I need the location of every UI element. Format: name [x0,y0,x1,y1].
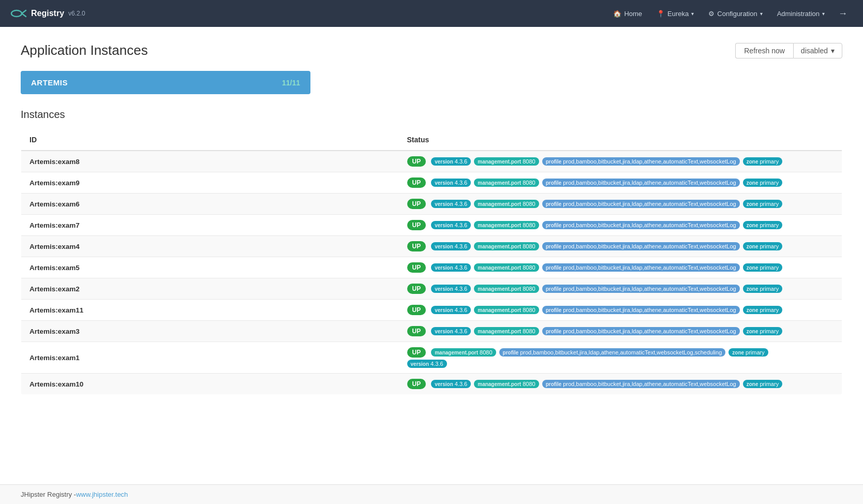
version-badge: version4.3.6 [431,157,471,166]
zone-badge: zoneprimary [743,157,782,166]
zone-badge: zoneprimary [743,380,782,388]
profile-badge: profileprod,bamboo,bitbucket,jira,ldap,a… [542,200,740,208]
zone-badge: zoneprimary [728,348,768,357]
table-row[interactable]: Artemis:exam6UPversion4.3.6management.po… [21,194,842,215]
nav-eureka[interactable]: 📍 Eureka ▾ [650,7,700,21]
mgmt-port-badge: management.port8080 [474,157,539,166]
version-badge: version4.3.6 [407,360,447,368]
version-badge: version4.3.6 [431,285,471,293]
instance-id: Artemis:exam7 [29,221,80,229]
status-badge-up: UP [407,347,426,358]
zone-badge: zoneprimary [743,306,782,314]
navbar-nav: 🏠 Home 📍 Eureka ▾ ⚙ Configuration ▾ Admi… [607,5,853,22]
logout-button[interactable]: → [833,5,853,22]
instance-id-cell: Artemis:exam10 [21,374,399,395]
instance-id: Artemis:exam11 [29,306,83,314]
main-content: Application Instances Refresh now disabl… [0,27,863,484]
instance-status-cell: UPmanagement.port8080profileprod,bamboo,… [399,342,842,374]
profile-badge: profileprod,bamboo,bitbucket,jira,ldap,a… [499,348,726,357]
instance-id-cell: Artemis:exam4 [21,236,399,257]
profile-badge: profileprod,bamboo,bitbucket,jira,ldap,a… [542,263,740,272]
page-header: Application Instances Refresh now disabl… [21,42,842,58]
instance-id-cell: Artemis:exam7 [21,215,399,236]
version-badge: version4.3.6 [431,179,471,187]
status-badge-up: UP [407,199,426,209]
app-bar[interactable]: ARTEMIS 11/11 [21,71,310,94]
chevron-down-icon: ▾ [822,11,825,17]
chevron-down-icon: ▾ [691,11,694,17]
profile-badge: profileprod,bamboo,bitbucket,jira,ldap,a… [542,285,740,293]
mgmt-port-badge: management.port8080 [474,221,539,229]
table-row[interactable]: Artemis:exam10UPversion4.3.6management.p… [21,374,842,395]
zone-badge: zoneprimary [743,263,782,272]
table-row[interactable]: Artemis:exam5UPversion4.3.6management.po… [21,257,842,278]
zone-badge: zoneprimary [743,242,782,250]
instance-status-cell: UPversion4.3.6management.port8080profile… [399,151,842,172]
instance-id-cell: Artemis:exam3 [21,321,399,342]
instance-status-cell: UPversion4.3.6management.port8080profile… [399,215,842,236]
instance-id: Artemis:exam2 [29,285,80,293]
instance-status-cell: UPversion4.3.6management.port8080profile… [399,321,842,342]
refresh-now-button[interactable]: Refresh now [735,43,793,58]
instance-id: Artemis:exam9 [29,179,80,187]
zone-badge: zoneprimary [743,285,782,293]
profile-badge: profileprod,bamboo,bitbucket,jira,ldap,a… [542,179,740,187]
mgmt-port-badge: management.port8080 [474,306,539,314]
status-badge-up: UP [407,220,426,230]
instance-id-cell: Artemis:exam9 [21,172,399,194]
eureka-icon: 📍 [657,10,665,18]
instance-id-cell: Artemis:exam6 [21,194,399,215]
navbar: Registry v6.2.0 🏠 Home 📍 Eureka ▾ ⚙ Conf… [0,0,863,27]
chevron-down-icon: ▾ [760,11,763,17]
svg-line-2 [22,13,26,17]
instance-id: Artemis:exam8 [29,158,80,166]
instance-id: Artemis:exam4 [29,243,80,250]
instance-id: Artemis:exam5 [29,264,80,272]
table-row[interactable]: Artemis:exam4UPversion4.3.6management.po… [21,236,842,257]
instance-status-cell: UPversion4.3.6management.port8080profile… [399,172,842,194]
mgmt-port-badge: management.port8080 [474,327,539,335]
brand[interactable]: Registry v6.2.0 [10,8,85,19]
zone-badge: zoneprimary [743,200,782,208]
nav-configuration[interactable]: ⚙ Configuration ▾ [702,7,768,21]
instances-table: ID Status Artemis:exam8UPversion4.3.6man… [21,129,842,395]
status-badge-up: UP [407,177,426,188]
table-row[interactable]: Artemis:exam7UPversion4.3.6management.po… [21,215,842,236]
table-row[interactable]: Artemis:exam1UPmanagement.port8080profil… [21,342,842,374]
profile-badge: profileprod,bamboo,bitbucket,jira,ldap,a… [542,221,740,229]
instance-id-cell: Artemis:exam2 [21,278,399,300]
table-row[interactable]: Artemis:exam3UPversion4.3.6management.po… [21,321,842,342]
instance-status-cell: UPversion4.3.6management.port8080profile… [399,278,842,300]
instance-status-cell: UPversion4.3.6management.port8080profile… [399,300,842,321]
table-row[interactable]: Artemis:exam9UPversion4.3.6management.po… [21,172,842,194]
mgmt-port-badge: management.port8080 [474,263,539,272]
table-row[interactable]: Artemis:exam2UPversion4.3.6management.po… [21,278,842,300]
disabled-dropdown-button[interactable]: disabled ▾ [793,43,842,58]
instance-id: Artemis:exam6 [29,200,80,208]
version-badge: version4.3.6 [431,221,471,229]
app-bar-count: 11/11 [282,79,300,87]
instance-id-cell: Artemis:exam8 [21,151,399,172]
version-badge: version4.3.6 [431,200,471,208]
instance-id-cell: Artemis:exam1 [21,342,399,374]
profile-badge: profileprod,bamboo,bitbucket,jira,ldap,a… [542,242,740,250]
svg-point-0 [11,10,22,17]
instance-id-cell: Artemis:exam5 [21,257,399,278]
gear-icon: ⚙ [708,10,715,18]
instance-id-cell: Artemis:exam11 [21,300,399,321]
footer-link[interactable]: www.jhipster.tech [76,491,128,498]
brand-name: Registry [31,9,64,18]
table-row[interactable]: Artemis:exam8UPversion4.3.6management.po… [21,151,842,172]
nav-administration[interactable]: Administration ▾ [771,7,831,21]
zone-badge: zoneprimary [743,221,782,229]
nav-home[interactable]: 🏠 Home [607,7,648,21]
brand-version: v6.2.0 [68,10,85,17]
profile-badge: profileprod,bamboo,bitbucket,jira,ldap,a… [542,380,740,388]
zone-badge: zoneprimary [743,179,782,187]
table-header-row: ID Status [21,129,842,151]
home-icon: 🏠 [613,10,621,18]
instance-id: Artemis:exam1 [29,354,80,362]
table-row[interactable]: Artemis:exam11UPversion4.3.6management.p… [21,300,842,321]
logout-icon: → [838,8,847,19]
chevron-down-icon: ▾ [831,47,835,55]
